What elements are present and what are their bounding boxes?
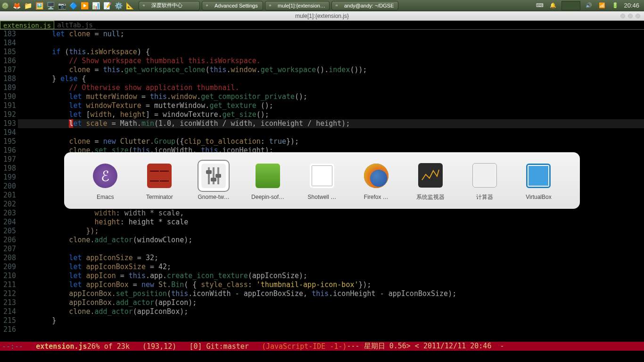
wifi-tray-icon[interactable]: 📶 <box>597 1 607 10</box>
code-line[interactable]: let appIcon = this.app.create_icon_textu… <box>18 272 644 280</box>
taskbar-button[interactable]: ▫深度软件中心 <box>139 1 200 10</box>
code-line[interactable]: clone.add_actor(appIconBox); <box>18 307 644 316</box>
alt-tab-switcher[interactable]: ℰEmacsTerminatorGnome-tw…Deepin-sof…Shot… <box>64 152 580 209</box>
minimize-button[interactable] <box>620 14 625 18</box>
util-launcher-icon[interactable]: 📐 <box>124 0 135 11</box>
line-number: 205 <box>0 227 16 236</box>
line-number: 201 <box>0 191 16 200</box>
top-panel: 🦊 📁 🖼️ 🖥️ 📷 🔷 ▶️ 📊 📝 ⚙️ 📐 ▫深度软件中心▫Advanc… <box>0 0 644 11</box>
taskbar: ▫深度软件中心▫Advanced Settings▫mule[1]:{exten… <box>139 1 535 10</box>
taskbar-label: 深度软件中心 <box>151 2 182 9</box>
line-number: 207 <box>0 245 16 254</box>
status-bar: --:-- extension.js 26% of 23k (193,12) [… <box>0 342 644 351</box>
editor-tab[interactable]: extension.js <box>0 21 54 29</box>
code-line[interactable]: clone = new Clutter.Group({clip_to_alloc… <box>18 137 644 146</box>
code-line[interactable]: let scale = Math.min(1.0, iconWidth / wi… <box>18 119 644 128</box>
app-store-icon: ▫ <box>143 2 149 9</box>
code-line[interactable]: appIconBox.set_position(this.iconWidth -… <box>18 289 644 298</box>
line-number: 184 <box>0 39 16 48</box>
switcher-label: Shotwell … <box>308 194 337 200</box>
emacs-icon: ℰ <box>90 161 120 191</box>
line-number: 214 <box>0 307 16 316</box>
line-number: 198 <box>0 164 16 173</box>
taskbar-button[interactable]: ▫Advanced Settings <box>202 1 263 10</box>
firefox-launcher-icon[interactable]: 🦊 <box>11 0 22 11</box>
terminal-launcher-icon[interactable]: 🖥️ <box>45 0 56 11</box>
svg-point-0 <box>2 2 8 8</box>
switcher-item-ff[interactable]: Firefox … <box>353 161 400 200</box>
code-line[interactable]: // Show workspace thumbnail this.isWorks… <box>18 57 644 66</box>
clock[interactable]: 20:46 <box>624 2 639 9</box>
volume-tray-icon[interactable]: 🔊 <box>584 1 594 10</box>
code-line[interactable]: // Otherwise show application thumbnail. <box>18 83 644 92</box>
switcher-label: Firefox … <box>364 194 388 200</box>
code-line[interactable]: appIconBox.add_actor(appIcon); <box>18 298 644 307</box>
folder-launcher-icon[interactable]: 📁 <box>23 0 33 11</box>
editor-tab[interactable]: altTab.js <box>54 21 96 29</box>
app-launcher-icon[interactable]: 🔷 <box>68 0 78 11</box>
gnu-icon: ▫ <box>269 2 276 9</box>
line-number: 185 <box>0 48 16 57</box>
code-line[interactable]: let [width, height] = windowTexture.get_… <box>18 110 644 119</box>
code-line[interactable]: width: width * scale, <box>18 209 644 218</box>
line-number: 197 <box>0 155 16 164</box>
switcher-item-term[interactable]: Terminator <box>136 161 183 200</box>
switcher-item-deepin[interactable]: Deepin-sof… <box>244 161 291 200</box>
editor-launcher-icon[interactable]: 📝 <box>102 0 112 11</box>
monitor-launcher-icon[interactable]: 📊 <box>91 0 101 11</box>
code-line[interactable] <box>18 39 644 48</box>
code-line[interactable]: clone.add_actor(windowClone); <box>18 236 644 245</box>
code-line[interactable]: let windowTexture = mutterWindow.get_tex… <box>18 101 644 110</box>
code-line[interactable]: height: height * scale <box>18 218 644 227</box>
line-number: 190 <box>0 92 16 101</box>
switcher-item-emacs[interactable]: ℰEmacs <box>82 161 129 200</box>
code-line[interactable] <box>18 325 644 334</box>
cpu-tray-icon[interactable] <box>561 1 580 10</box>
switcher-label: 系统监视器 <box>416 193 445 201</box>
switcher-item-mon[interactable]: 系统监视器 <box>407 160 454 201</box>
code-line[interactable]: let appIconSize = 32; <box>18 254 644 263</box>
line-number: 192 <box>0 110 16 119</box>
code-line[interactable]: let mutterWindow = this.window.get_compo… <box>18 92 644 101</box>
image-launcher-icon[interactable]: 🖼️ <box>34 0 44 11</box>
code-line[interactable]: let clone = null; <box>18 30 644 39</box>
line-number: 210 <box>0 272 16 280</box>
line-number: 202 <box>0 200 16 209</box>
code-line[interactable]: let appIconBox = new St.Bin( { style_cla… <box>18 280 644 289</box>
code-line[interactable]: let appIconBoxSize = 42; <box>18 263 644 272</box>
code-line[interactable] <box>18 128 644 137</box>
battery-tray-icon[interactable]: 🔋 <box>611 1 620 10</box>
switcher-item-vbox[interactable]: VirtualBox <box>515 161 562 200</box>
code-line[interactable] <box>18 245 644 254</box>
code-line[interactable]: }); <box>18 227 644 236</box>
code-line[interactable]: clone = this.get_workspace_clone(this.wi… <box>18 66 644 74</box>
settings-launcher-icon[interactable]: ⚙️ <box>113 0 124 11</box>
minibuffer[interactable] <box>0 351 644 362</box>
switcher-item-tweak[interactable]: Gnome-tw… <box>190 161 237 200</box>
line-number: 209 <box>0 263 16 272</box>
taskbar-button[interactable]: ▫mule[1]:{extension… <box>265 1 330 10</box>
line-number: 193 <box>0 119 16 128</box>
shield-tray-icon[interactable]: 🔔 <box>548 1 558 10</box>
code-line[interactable]: } <box>18 316 644 325</box>
ff-icon <box>361 161 391 191</box>
maximize-button[interactable] <box>628 14 633 18</box>
line-number: 212 <box>0 289 16 298</box>
taskbar-button[interactable]: ▫andy@andy: ~/DGSE <box>331 1 398 10</box>
window-titlebar[interactable]: mule[1]:{extension.js} <box>0 11 644 21</box>
switcher-label: 计算器 <box>476 193 493 201</box>
player-launcher-icon[interactable]: ▶️ <box>79 0 90 11</box>
switcher-item-calc[interactable]: 计算器 <box>461 160 508 201</box>
close-button[interactable] <box>636 14 640 18</box>
code-line[interactable]: if (this.isWorkspace) { <box>18 48 644 57</box>
screenshot-launcher-icon[interactable]: 📷 <box>57 0 67 11</box>
status-prefix: --:-- <box>2 342 27 351</box>
main-menu-icon[interactable] <box>0 0 10 11</box>
code-line[interactable]: } else { <box>18 74 644 83</box>
line-number: 187 <box>0 66 16 74</box>
term-icon <box>144 161 174 191</box>
taskbar-label: mule[1]:{extension… <box>278 3 325 8</box>
line-number: 204 <box>0 218 16 227</box>
keyboard-tray-icon[interactable]: ⌨ <box>535 1 545 10</box>
switcher-item-shot[interactable]: Shotwell … <box>298 161 346 200</box>
